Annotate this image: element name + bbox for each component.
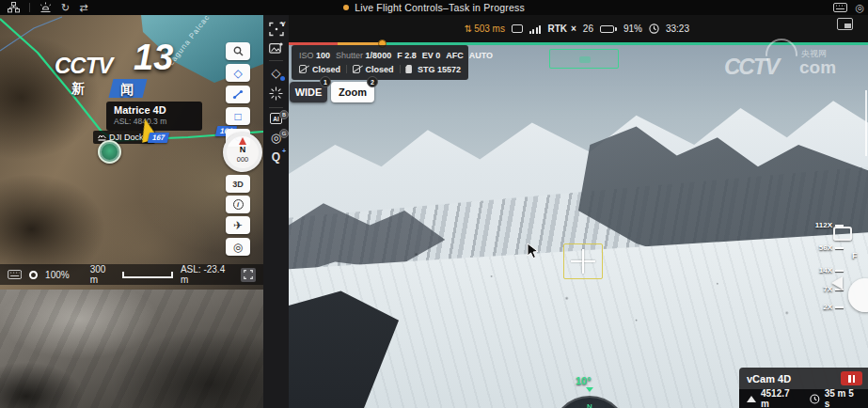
map-compass[interactable]: N 000 — [223, 133, 262, 172]
device-tree-icon[interactable] — [8, 2, 20, 13]
ai-detection-box — [549, 49, 619, 69]
diamond-tool-icon: ◇ — [272, 67, 281, 79]
camera-settings-panel[interactable]: ISO 100 Shutter 1/8000 F 2.8 EV 0 AFC AU… — [292, 45, 468, 80]
pip-toggle-icon[interactable] — [837, 18, 853, 30]
compass-heading-value: 000 — [227, 155, 259, 164]
titlebar-left-icons: ↻ ⇄ — [8, 0, 87, 15]
zoom-level-14x[interactable]: 14X — [819, 266, 844, 275]
screen-icon — [512, 24, 523, 33]
elapsed-clock-icon — [810, 394, 820, 404]
satellite-count: 26 — [583, 24, 593, 34]
cctv13-logo: CCTV 13 新 闻 — [47, 30, 207, 105]
secondary-video-thumbnail[interactable] — [0, 290, 263, 408]
media-library-button[interactable] — [263, 42, 289, 55]
cctv-channel-number: 13 — [134, 38, 173, 78]
lens-wide-button[interactable]: WIDE 1 — [290, 82, 327, 102]
speaker-status: Closed — [366, 65, 394, 74]
enhance-button[interactable] — [263, 86, 289, 101]
zoom-tool-plus: + — [282, 148, 286, 154]
zoom-level-2x[interactable]: 2X — [823, 303, 844, 311]
gimbal-badge-g: G — [279, 129, 289, 138]
zoom-level-label: 56X — [819, 243, 832, 252]
window-title: Live Flight Controls–Task in Progress — [355, 2, 525, 13]
keyboard-icon[interactable] — [833, 3, 847, 12]
sync-icon[interactable]: ↻ — [61, 3, 70, 13]
compass-needle — [239, 137, 246, 145]
rock-flecks — [289, 42, 868, 408]
keyboard-shortcuts-icon[interactable] — [8, 270, 22, 279]
map-3d-button[interactable]: 3D — [226, 175, 250, 193]
exposure-settings-row: ISO 100 Shutter 1/8000 F 2.8 EV 0 AFC AU… — [299, 48, 461, 62]
vcam-name: vCam 4D — [747, 373, 791, 384]
titlebar-right-icons: ◎ — [833, 0, 864, 15]
beacon-status: Closed — [312, 65, 340, 74]
map-expand-button[interactable] — [241, 268, 256, 282]
altitude-readout: 4512.7 m — [761, 388, 799, 408]
record-mode-icon[interactable]: ◎ — [855, 3, 864, 13]
map-zoom-percent: 100% — [45, 270, 70, 280]
dock-marker[interactable] — [98, 140, 121, 164]
flight-info-bar: 4512.7 m 35 m 5 s — [739, 389, 868, 408]
zoom-level-56x[interactable]: 56X — [819, 243, 844, 252]
camera-feed-view[interactable]: ⇅ 503 ms RTK × 26 91% 33:23 — [289, 15, 868, 408]
telemetry-status-bar: ⇅ 503 ms RTK × 26 91% 33:23 — [289, 15, 868, 42]
swap-routes-icon[interactable]: ⇄ — [79, 3, 87, 13]
map-polyline-tool-button[interactable] — [226, 86, 250, 103]
side-toolbar: V ◇ AI B ◎ G Q + — [263, 15, 289, 408]
titlebar-divider — [29, 3, 30, 12]
map-asl-readout: ASL: -23.4 m — [181, 264, 233, 285]
wide-shortcut-badge: 1 — [320, 76, 331, 87]
settings-divider — [400, 65, 401, 73]
right-edge-indicator — [865, 90, 867, 156]
zoom-level-label: 2X — [823, 303, 832, 311]
clock-icon — [649, 24, 659, 34]
airplane-icon: ✈ — [233, 220, 243, 231]
search-icon — [233, 46, 244, 56]
map-scale-label: 300 m — [90, 264, 116, 285]
map-search-button[interactable] — [226, 42, 250, 60]
storage-card-icon — [405, 65, 412, 73]
vcam-panel[interactable]: vCam 4D — [739, 368, 868, 389]
mouse-cursor — [527, 243, 540, 259]
gimbal-pointer-icon — [831, 276, 843, 290]
map-info-button[interactable]: i — [226, 196, 250, 213]
accessory-status-row: Closed Closed STG 15572 — [299, 62, 461, 76]
cctv-sub-right: 闻 — [120, 82, 134, 99]
zoom-label: Zoom — [339, 86, 367, 98]
magnifier-icon: Q + — [272, 150, 280, 164]
ev-value: EV 0 — [422, 51, 441, 60]
focus-mode: AFC — [446, 51, 464, 60]
pause-button[interactable] — [841, 371, 862, 385]
watermark-logo: CCTV — [724, 54, 778, 80]
wide-label: WIDE — [295, 86, 323, 98]
zoom-shortcut-badge: 2 — [367, 76, 378, 87]
map-pin-tool-button[interactable]: ◇ — [226, 64, 250, 82]
latency-arrows-icon: ⇅ — [465, 24, 472, 34]
live-flight-controls-screen: ↻ ⇄ Live Flight Controls–Task in Progres… — [0, 0, 868, 408]
toolbar-divider — [269, 60, 283, 61]
map-locate-button[interactable]: ◎ — [226, 238, 250, 256]
zoom-tool-button[interactable]: Q + — [263, 150, 289, 164]
view-switch-icon[interactable] — [833, 227, 852, 241]
speaker-off-icon — [353, 65, 360, 73]
view-key-hint: V — [278, 19, 288, 28]
title-bar: ↻ ⇄ Live Flight Controls–Task in Progres… — [0, 0, 868, 15]
opacity-indicator-icon[interactable] — [29, 271, 38, 279]
elapsed-readout: 35 m 5 s — [825, 388, 860, 408]
cctv-logo-text: CCTV — [55, 53, 112, 79]
titlebar-center: Live Flight Controls–Task in Progress — [0, 2, 868, 13]
diamond-icon: ◇ — [233, 68, 242, 79]
lens-zoom-button[interactable]: Zoom 2 — [331, 82, 374, 102]
thumbnail-texture — [0, 290, 263, 408]
map-panel[interactable]: Laguna Palcac CCTV 13 新 闻 Matrice 4D ASL… — [0, 15, 263, 290]
mission-timer: 33:23 — [666, 24, 689, 34]
map-flight-button[interactable]: ✈ — [226, 216, 250, 234]
beacon-off-icon — [299, 65, 307, 73]
alarm-beacon-icon[interactable] — [39, 2, 52, 13]
battery-indicator — [600, 25, 617, 33]
waypoint-167[interactable]: 167 — [148, 133, 170, 143]
info-icon: i — [233, 199, 244, 210]
target-crosshair — [563, 243, 603, 279]
map-polygon-tool-button[interactable]: □ — [226, 107, 250, 125]
exposure-mode: AUTO — [469, 51, 493, 60]
